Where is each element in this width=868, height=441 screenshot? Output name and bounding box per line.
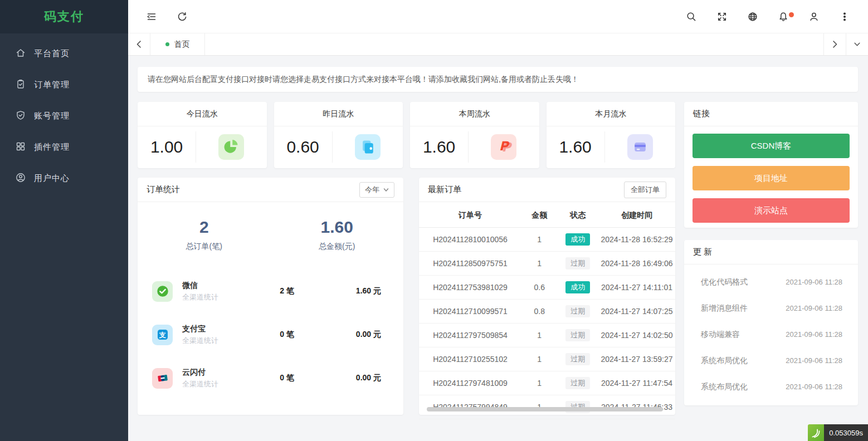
sidebar-menu: 平台首页 订单管理 账号管理 插件管理 用户中心 — [0, 33, 128, 194]
csdn-blog-button[interactable]: CSDN博客 — [693, 134, 850, 158]
bank-card-icon — [627, 134, 653, 160]
total-amount-value: 1.60 — [271, 218, 404, 237]
sidebar-item-user-center[interactable]: 用户中心 — [0, 163, 128, 194]
stat-value: 0.60 — [274, 138, 332, 156]
svg-text:P: P — [499, 139, 510, 153]
main-area: 首页 请在您网站后台配置支付接口对接时请您选择走易支付接口方式来对接本平台哦！请… — [128, 0, 868, 441]
sidebar-item-plugin-management[interactable]: 插件管理 — [0, 131, 128, 163]
latest-orders-panel: 最新订单 全部订单 订单号 金额 状态 创建时间 — [419, 178, 675, 415]
pie-chart-icon — [218, 134, 244, 160]
table-row: H20241128100100561 成功 2024-11-28 16:52:2… — [419, 228, 675, 252]
sidebar-item-label: 用户中心 — [34, 173, 70, 184]
table-row: H20241128509757511 过期 2024-11-28 16:49:0… — [419, 252, 675, 276]
project-url-button[interactable]: 项目地址 — [693, 166, 850, 190]
tab-scroll-right-button[interactable] — [823, 33, 846, 55]
order-statistics-panel: 订单统计 今年 2 总订单(笔) 1 — [138, 178, 403, 415]
language-globe-icon[interactable] — [748, 12, 758, 22]
order-totals: 2 总订单(笔) 1.60 总金额(元) — [138, 202, 403, 252]
all-orders-button[interactable]: 全部订单 — [624, 182, 666, 198]
update-date: 2021-09-06 11:28 — [786, 278, 842, 286]
table-row: H20241127974810091 过期 2024-11-27 11:47:5… — [419, 371, 675, 395]
grid-icon — [16, 141, 26, 153]
sidebar: 码支付 平台首页 订单管理 账号管理 插件管理 用户中心 — [0, 0, 128, 441]
panel-title: 最新订单 — [428, 184, 461, 195]
status-badge: 过期 — [565, 305, 590, 317]
table-row: H20241127102551021 过期 2024-11-27 13:59:2… — [419, 347, 675, 371]
panel-title: 更 新 — [693, 247, 712, 257]
alipay-icon: 支 — [152, 325, 173, 345]
notice-text: 请在您网站后台配置支付接口对接时请您选择走易支付接口方式来对接本平台哦！请添加收… — [148, 75, 579, 85]
sidebar-item-order-management[interactable]: 订单管理 — [0, 69, 128, 100]
status-badge: 过期 — [565, 257, 590, 270]
total-amount-label: 总金额(元) — [271, 242, 404, 252]
update-date: 2021-09-06 11:28 — [786, 330, 842, 339]
home-icon — [16, 48, 26, 60]
column-header-status: 状态 — [557, 202, 598, 228]
channel-amount: 0.00 元 — [320, 373, 381, 383]
chevron-down-icon — [383, 188, 389, 192]
stat-card-month: 本月流水 1.60 — [547, 102, 676, 168]
stat-title: 今日流水 — [138, 102, 267, 126]
sidebar-item-label: 订单管理 — [34, 80, 70, 90]
notification-bell-icon[interactable] — [778, 12, 788, 22]
channel-subtitle: 全渠道统计 — [182, 379, 253, 389]
tab-home[interactable]: 首页 — [150, 33, 205, 55]
sidebar-item-account-management[interactable]: 账号管理 — [0, 100, 128, 131]
stat-title: 本月流水 — [547, 102, 676, 126]
update-item: 优化代码格式 2021-09-06 11:28 — [701, 269, 842, 295]
notification-dot — [789, 12, 794, 17]
update-date: 2021-09-06 11:28 — [786, 356, 842, 365]
orders-table: 订单号 金额 状态 创建时间 H20241128100100561 成功 — [419, 202, 675, 419]
stat-card-week: 本周流水 1.60 PP — [410, 102, 539, 168]
stat-title: 本周流水 — [410, 102, 539, 126]
year-range-select[interactable]: 今年 — [359, 182, 394, 198]
column-header-amount: 金额 — [521, 202, 557, 228]
wallet-icon — [355, 134, 381, 160]
channel-subtitle: 全渠道统计 — [182, 336, 253, 346]
more-kebab-icon[interactable] — [840, 12, 850, 22]
sidebar-item-platform-home[interactable]: 平台首页 — [0, 38, 128, 69]
wechat-pay-icon — [152, 281, 173, 302]
update-name: 系统布局优化 — [701, 356, 748, 366]
panel-title: 订单统计 — [147, 184, 180, 195]
tab-label: 首页 — [174, 40, 190, 50]
unionpay-icon — [152, 368, 173, 389]
search-icon[interactable] — [686, 12, 696, 22]
horizontal-scrollbar[interactable] — [427, 407, 663, 411]
panel-title: 链接 — [693, 109, 710, 119]
table-row: H20241127975098541 过期 2024-11-27 14:02:5… — [419, 324, 675, 347]
column-header-time: 创建时间 — [598, 202, 675, 228]
tab-scroll-left-button[interactable] — [128, 33, 150, 55]
user-icon[interactable] — [809, 12, 819, 22]
collapse-menu-icon[interactable] — [147, 12, 157, 22]
clipboard-check-icon — [16, 79, 26, 91]
demo-site-button[interactable]: 演示站点 — [693, 198, 850, 223]
stat-value: 1.00 — [138, 138, 196, 156]
select-value: 今年 — [365, 185, 379, 195]
fullscreen-icon[interactable] — [717, 12, 727, 22]
column-header-order-no: 订单号 — [419, 202, 521, 228]
stat-card-today: 今日流水 1.00 — [138, 102, 267, 168]
update-item: 系统布局优化 2021-09-06 11:28 — [701, 347, 842, 374]
table-row: H20241127539810290.6 成功 2024-11-27 14:11… — [419, 276, 675, 300]
update-date: 2021-09-06 11:28 — [786, 383, 842, 391]
status-badge: 成功 — [565, 233, 590, 246]
app-logo: 码支付 — [0, 0, 128, 33]
channel-row-unionpay: 云闪付 全渠道统计 0 笔 0.00 元 — [138, 356, 403, 400]
svg-text:支: 支 — [158, 331, 165, 339]
status-badge: 过期 — [565, 377, 590, 389]
update-name: 系统布局优化 — [701, 382, 748, 392]
update-name: 移动端兼容 — [701, 330, 740, 340]
total-orders-label: 总订单(笔) — [138, 242, 271, 252]
refresh-icon[interactable] — [177, 12, 187, 22]
total-orders-value: 2 — [138, 218, 271, 237]
notice-bar: 请在您网站后台配置支付接口对接时请您选择走易支付接口方式来对接本平台哦！请添加收… — [138, 67, 858, 92]
channel-amount: 0.00 元 — [320, 330, 381, 340]
tab-menu-dropdown-button[interactable] — [846, 33, 868, 55]
stat-value: 1.60 — [410, 138, 468, 156]
channel-row-wechat: 微信 全渠道统计 2 笔 1.60 元 — [138, 270, 403, 313]
stats-row: 今日流水 1.00 昨日流水 0.60 — [138, 102, 675, 168]
sidebar-item-label: 插件管理 — [34, 142, 70, 153]
user-circle-icon — [16, 173, 26, 184]
update-name: 优化代码格式 — [701, 277, 748, 287]
